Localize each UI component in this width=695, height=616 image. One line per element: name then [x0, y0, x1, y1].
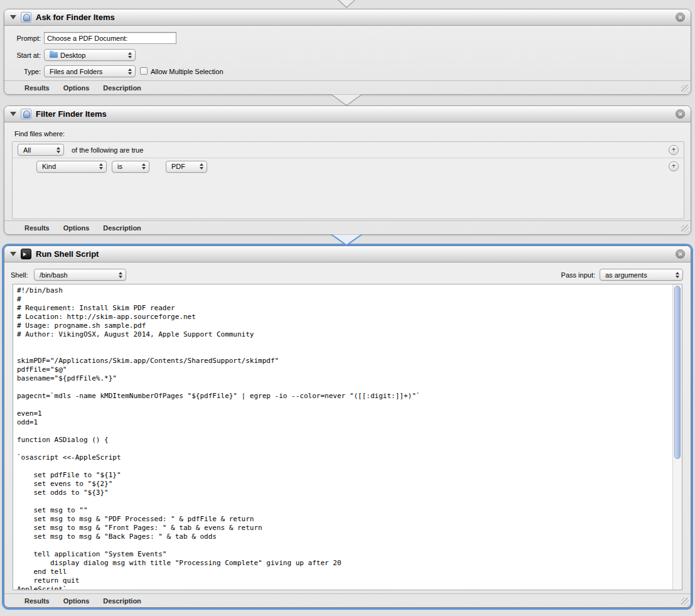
workflow-connector-2-3-selected [331, 234, 362, 246]
close-action-button[interactable]: ✕ [676, 249, 685, 259]
filter-finder-items-icon [21, 109, 31, 119]
action-title: Run Shell Script [36, 249, 99, 259]
start-at-popup[interactable]: Desktop [44, 49, 136, 61]
action-footer: Results Options Description [4, 593, 691, 607]
close-action-button[interactable]: ✕ [676, 109, 685, 119]
description-button[interactable]: Description [103, 84, 141, 92]
description-button[interactable]: Description [103, 224, 141, 232]
type-label: Type: [7, 68, 41, 77]
filter-rule-row: Kind is PDF + [13, 158, 684, 175]
disclosure-triangle-icon[interactable] [10, 112, 16, 116]
action-ask-for-finder-items: Ask for Finder Items ✕ Prompt: Start at:… [4, 9, 691, 95]
match-popup[interactable]: All [18, 144, 64, 156]
rule-attribute-value: Kind [42, 163, 95, 170]
popup-arrows-icon [55, 147, 62, 153]
action-header-shell[interactable]: Run Shell Script ✕ [4, 246, 691, 262]
run-shell-script-icon [21, 249, 31, 259]
results-button[interactable]: Results [24, 224, 50, 232]
shell-script-text[interactable]: #!/bin/bash # # Requirement: Install Ski… [17, 286, 671, 590]
find-files-label: Find files where: [14, 130, 65, 138]
disclosure-triangle-icon[interactable] [10, 15, 16, 19]
prompt-label: Prompt: [7, 35, 41, 43]
options-button[interactable]: Options [63, 597, 90, 605]
pass-input-value: as arguments [605, 271, 671, 279]
popup-arrows-icon [117, 272, 124, 278]
options-button[interactable]: Options [63, 224, 90, 232]
start-at-value: Desktop [60, 51, 124, 59]
action-header-filter[interactable]: Filter Finder Items ✕ [4, 106, 691, 122]
popup-arrows-icon [126, 52, 134, 58]
filter-rules-box: All of the following are true + Kind is … [12, 141, 684, 219]
filter-match-row: All of the following are true + [13, 142, 684, 158]
rule-value: PDF [171, 163, 195, 170]
resize-grip[interactable] [681, 85, 689, 92]
allow-multiple-label: Allow Multiple Selection [151, 68, 224, 75]
popup-arrows-icon [674, 272, 681, 278]
rule-attribute-popup[interactable]: Kind [36, 161, 107, 173]
pass-input-label: Pass input: [561, 271, 595, 279]
shell-value: /bin/bash [40, 271, 114, 279]
start-at-label: Start at: [7, 51, 41, 60]
shell-label: Shell: [11, 271, 28, 279]
workflow-connector-top [331, 0, 362, 8]
scrollbar-thumb[interactable] [674, 286, 681, 459]
action-title: Filter Finder Items [36, 109, 107, 119]
shell-popup[interactable]: /bin/bash [34, 269, 126, 281]
results-button[interactable]: Results [24, 84, 50, 92]
rule-value-popup[interactable]: PDF [166, 161, 207, 173]
match-suffix-label: of the following are true [72, 146, 143, 154]
prompt-input[interactable] [44, 32, 176, 44]
rule-operator-value: is [117, 163, 137, 170]
add-rule-button[interactable]: + [669, 161, 679, 171]
type-popup[interactable]: Files and Folders [44, 65, 136, 77]
popup-arrows-icon [140, 163, 148, 170]
close-action-button[interactable]: ✕ [676, 13, 685, 22]
resize-grip[interactable] [681, 598, 689, 605]
action-footer: Results Options Description [4, 80, 691, 94]
options-button[interactable]: Options [63, 84, 90, 92]
ask-for-finder-items-icon [21, 12, 31, 23]
popup-arrows-icon [126, 68, 134, 75]
add-rule-button[interactable]: + [669, 145, 679, 155]
workflow-canvas: { "icons": { "close": "✕", "add": "+" },… [0, 0, 695, 616]
action-filter-finder-items: Filter Finder Items ✕ Find files where: … [4, 105, 691, 235]
shell-script-editor: #!/bin/bash # # Requirement: Install Ski… [13, 284, 682, 590]
workflow-connector-1-2 [331, 94, 362, 106]
popup-arrows-icon [97, 163, 105, 170]
vertical-scrollbar[interactable] [672, 284, 682, 590]
disclosure-triangle-icon[interactable] [10, 252, 16, 256]
action-footer: Results Options Description [4, 220, 691, 234]
resize-grip[interactable] [681, 225, 689, 232]
action-header-ask[interactable]: Ask for Finder Items ✕ [4, 9, 691, 26]
type-value: Files and Folders [50, 68, 124, 75]
action-title: Ask for Finder Items [36, 13, 115, 22]
match-value: All [23, 146, 52, 154]
pass-input-popup[interactable]: as arguments [600, 269, 683, 281]
folder-icon [50, 52, 58, 58]
results-button[interactable]: Results [24, 597, 50, 605]
popup-arrows-icon [198, 163, 205, 170]
rule-operator-popup[interactable]: is [112, 161, 149, 173]
description-button[interactable]: Description [103, 597, 141, 605]
allow-multiple-checkbox[interactable] [140, 67, 148, 75]
action-run-shell-script: Run Shell Script ✕ Shell: /bin/bash Pass… [4, 246, 691, 608]
